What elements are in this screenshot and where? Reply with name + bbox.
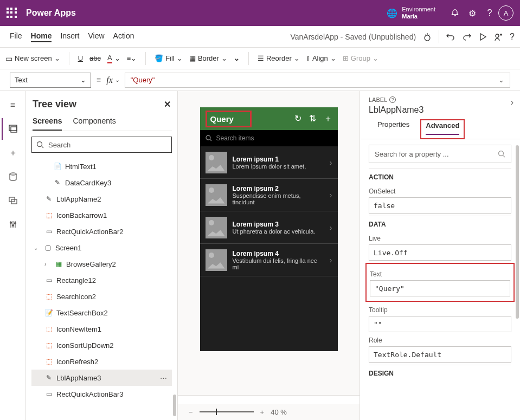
svg-rect-3 xyxy=(11,127,17,132)
tree-node-rect12[interactable]: ▭Rectangle12 xyxy=(31,272,172,288)
refresh-icon[interactable]: ↻ xyxy=(294,113,301,125)
rail-advanced-tools[interactable] xyxy=(2,214,24,235)
collapse-panel-icon[interactable]: › xyxy=(511,98,513,107)
rail-data[interactable] xyxy=(2,166,24,188)
redo-icon[interactable] xyxy=(462,32,472,42)
new-screen-button[interactable]: ▭ New screen ⌄ xyxy=(5,54,60,63)
info-icon[interactable]: ? xyxy=(389,96,396,103)
paint-icon: 🪣 xyxy=(155,54,163,62)
add-icon[interactable]: ＋ xyxy=(324,113,332,125)
tree-node-rectqab2[interactable]: ▭RectQuickActionBar2 xyxy=(31,223,172,240)
gallery-item[interactable]: Lorem ipsum 4Vestibulum dui felis, fring… xyxy=(200,244,338,276)
border-button[interactable]: ▦ Border⌄ xyxy=(189,54,227,62)
settings-icon[interactable]: ⚙ xyxy=(464,4,481,22)
tab-properties[interactable]: Properties xyxy=(377,120,409,139)
tree-node-iconrefresh[interactable]: ⬚IconRefresh2 xyxy=(31,353,172,370)
underline-button[interactable]: U xyxy=(78,54,83,62)
right-panel-scrollbar[interactable] xyxy=(516,145,519,319)
font-color-button[interactable]: A⌄ xyxy=(107,54,120,63)
formula-input[interactable]: "Query" ⌄ xyxy=(125,73,510,88)
tree-search-input[interactable]: Search xyxy=(31,137,172,153)
tree-node-iconsortupdown[interactable]: ⬚IconSortUpDown2 xyxy=(31,337,172,353)
rail-tree-view[interactable] xyxy=(2,118,23,140)
tree-node-rectqab3[interactable]: ▭RectQuickActionBar3 xyxy=(31,386,172,402)
environment-picker[interactable]: 🌐 Environment Maria xyxy=(387,6,435,20)
tree-node-iconnewitem[interactable]: ⬚IconNewItem1 xyxy=(31,321,172,337)
svg-rect-2 xyxy=(9,125,17,131)
input-tooltip[interactable]: "" xyxy=(369,316,511,332)
property-search-input[interactable]: Search for a property ... xyxy=(369,145,511,163)
layers-icon: ☰ xyxy=(258,54,264,62)
help2-icon[interactable]: ? xyxy=(510,32,515,42)
input-role[interactable]: TextRole.Default xyxy=(369,346,511,363)
more-format-button[interactable]: ⌄ xyxy=(234,54,240,62)
zoom-slider[interactable] xyxy=(200,411,254,412)
tree-node-screen1[interactable]: ⌄▢Screen1 xyxy=(31,240,172,256)
label-tooltip: Tooltip xyxy=(369,306,511,314)
tree-node-lblappname3[interactable]: ✎LblAppName3⋯ xyxy=(31,370,172,386)
close-icon[interactable]: ✕ xyxy=(164,99,171,109)
undo-icon[interactable] xyxy=(446,32,455,42)
gallery-item[interactable]: Lorem ipsum 3Ut pharetra a dolor ac vehi… xyxy=(200,211,338,244)
tree-node-lblappname2[interactable]: ✎LblAppName2 xyxy=(31,191,172,207)
menu-file[interactable]: File xyxy=(10,31,22,42)
tree-node-iconbackarrow[interactable]: ⬚IconBackarrow1 xyxy=(31,207,172,223)
canvas-hscrollbar[interactable] xyxy=(178,395,359,404)
tab-screens[interactable]: Screens xyxy=(33,117,62,131)
input-onselect[interactable]: false xyxy=(369,197,511,214)
reorder-button[interactable]: ☰ Reorder⌄ xyxy=(258,54,300,62)
zoom-value: 40 % xyxy=(271,408,287,416)
zoom-in-button[interactable]: + xyxy=(260,408,265,416)
app-checker-icon[interactable] xyxy=(422,32,432,42)
gallery-item[interactable]: Lorem ipsum 2Suspendisse enim metus, tin… xyxy=(200,179,338,211)
app-launcher-icon[interactable] xyxy=(7,8,17,18)
gallery-item[interactable]: Lorem ipsum 1Lorem ipsum dolor sit amet,… xyxy=(200,146,338,179)
align-icon: ⫿ xyxy=(306,54,310,62)
tree-node-datacardkey[interactable]: ✎DataCardKey3 xyxy=(31,175,172,191)
tree-view-title: Tree view xyxy=(33,99,76,110)
app-title-label[interactable]: Query xyxy=(206,111,252,127)
more-icon[interactable]: ⋯ xyxy=(160,374,168,382)
rail-hamburger[interactable]: ≡ xyxy=(2,94,24,116)
menu-action[interactable]: Action xyxy=(113,31,134,42)
strikethrough-button[interactable]: abc xyxy=(89,54,101,62)
notifications-icon[interactable] xyxy=(446,4,464,22)
label-live: Live xyxy=(369,235,511,242)
app-search-box[interactable]: Search items xyxy=(200,130,338,146)
svg-point-12 xyxy=(499,151,504,156)
share-icon[interactable] xyxy=(493,32,503,42)
menu-view[interactable]: View xyxy=(88,31,104,42)
tree-node-searchicon2[interactable]: ⬚SearchIcon2 xyxy=(31,288,172,305)
zoom-out-button[interactable]: − xyxy=(189,408,193,416)
label-onselect: OnSelect xyxy=(369,188,511,195)
play-icon[interactable] xyxy=(478,33,487,41)
tree-node-gallery[interactable]: ›▦BrowseGallery2 xyxy=(31,256,172,272)
rail-insert[interactable]: ＋ xyxy=(2,142,24,164)
input-text[interactable]: "Query" xyxy=(370,280,510,296)
input-live[interactable]: Live.Off xyxy=(369,244,511,261)
menu-insert[interactable]: Insert xyxy=(60,31,79,42)
align-text-button[interactable]: ≡⌄ xyxy=(127,54,137,62)
svg-point-11 xyxy=(206,135,210,140)
chevron-right-icon: › xyxy=(330,158,332,167)
tab-components[interactable]: Components xyxy=(73,117,115,131)
sort-icon[interactable]: ⇅ xyxy=(309,113,316,125)
tree-node-textsearchbox2[interactable]: 📝TextSearchBox2 xyxy=(31,305,172,321)
user-avatar[interactable]: A xyxy=(498,5,513,21)
tree-node-htmltext[interactable]: 📄HtmlText1 xyxy=(31,158,172,175)
property-dropdown[interactable]: Text ⌄ xyxy=(10,73,91,88)
equals-label: = xyxy=(97,76,101,85)
fx-icon[interactable]: fx ⌄ xyxy=(106,75,119,85)
section-action: ACTION xyxy=(369,169,511,183)
screen-icon: ▭ xyxy=(5,54,12,63)
fill-button[interactable]: 🪣 Fill⌄ xyxy=(155,54,183,62)
svg-point-0 xyxy=(425,35,430,41)
rail-media[interactable] xyxy=(2,190,24,211)
svg-point-9 xyxy=(14,223,16,224)
align-button[interactable]: ⫿ Align⌄ xyxy=(306,54,336,62)
group-button[interactable]: ⊞ Group⌄ xyxy=(343,54,378,62)
tree-scrollbar[interactable] xyxy=(173,395,176,416)
help-icon[interactable]: ? xyxy=(481,4,498,22)
menu-home[interactable]: Home xyxy=(31,31,52,42)
tab-advanced[interactable]: Advanced xyxy=(426,121,459,135)
